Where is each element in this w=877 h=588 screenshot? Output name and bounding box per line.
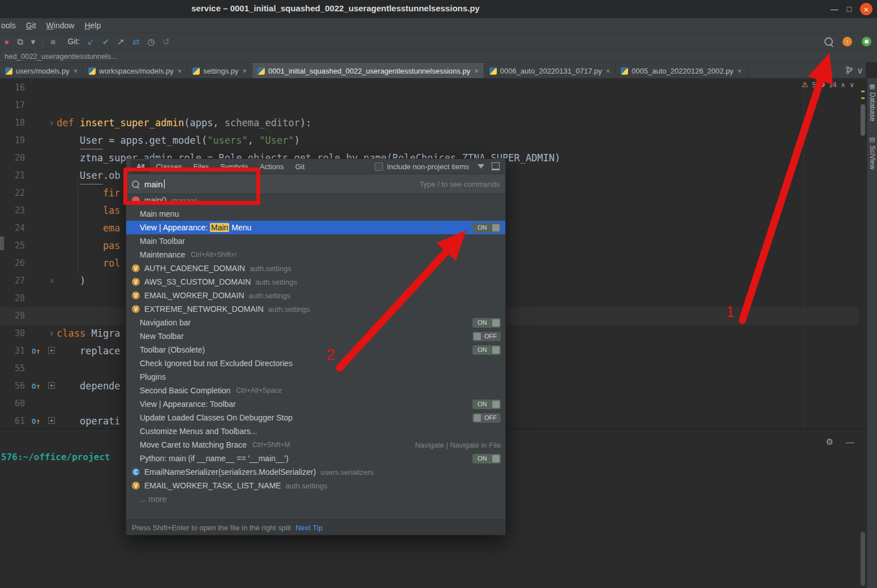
tool-button-database[interactable]: ▦Database (869, 83, 876, 121)
override-icon[interactable]: O↑ (32, 377, 41, 395)
hotswap-icon[interactable]: ● (4, 37, 9, 46)
search-input[interactable]: main (144, 179, 163, 189)
result-row[interactable]: Python: main (if __name__ == '__main__')… (126, 452, 505, 465)
minimize-button[interactable]: — (831, 5, 839, 13)
git-branch-icon[interactable] (846, 66, 853, 74)
folded-region-icon[interactable]: + (48, 382, 55, 389)
plugin-badge-icon[interactable] (862, 37, 871, 46)
result-row[interactable]: VEMAIL_WORKER_TASK_LIST_NAMEauth.setting… (126, 479, 505, 492)
git-update-icon[interactable]: ↙ (87, 37, 94, 46)
result-row[interactable]: Plugins (126, 370, 505, 384)
search-icon[interactable] (824, 37, 833, 46)
terminal-scrollbar-thumb[interactable] (861, 532, 865, 586)
tab-files[interactable]: Files (188, 160, 214, 173)
scrollbar-thumb[interactable] (861, 104, 865, 136)
tool-button-sciview[interactable]: ▤SciView (869, 136, 876, 169)
tab-settings[interactable]: settings.py× (187, 63, 252, 79)
result-row[interactable]: VEMAIL_WORKER_DOMAINauth.settings (126, 289, 505, 302)
result-row[interactable]: Main menu (126, 207, 505, 221)
stop-icon[interactable]: ■ (50, 37, 55, 46)
result-row[interactable]: Main Toolbar (126, 234, 505, 248)
git-commit-icon[interactable]: ✔ (102, 37, 110, 46)
tab-close-icon[interactable]: × (74, 67, 78, 75)
include-non-project-checkbox[interactable] (375, 162, 383, 171)
fold-icon[interactable]: ∨ (50, 325, 54, 342)
tab-workspaces-models[interactable]: workspaces/models.py× (83, 63, 187, 79)
prev-problem-icon[interactable]: ∧ (840, 81, 845, 89)
git-rollback-icon[interactable]: ↺ (163, 37, 170, 46)
result-row[interactable]: VAUTH_CADENCE_DOMAINauth.settings (126, 261, 505, 275)
filter-icon[interactable] (478, 164, 484, 169)
tab-0001-initial-squashed[interactable]: 0001_initial_squashed_0022_useragentless… (252, 63, 484, 79)
terminal-prompt[interactable]: 576:~/office/project (1, 452, 110, 462)
git-history-icon[interactable]: ◷ (147, 37, 154, 46)
fold-icon[interactable]: ∨ (50, 114, 54, 132)
toggle-switch[interactable]: ON (472, 318, 501, 328)
toggle-switch[interactable]: ON (472, 454, 501, 463)
menu-item-help[interactable]: Help (79, 21, 106, 30)
override-icon[interactable]: O↑ (32, 413, 41, 430)
result-row[interactable]: Second Basic CompletionCtrl+Alt+Space (126, 384, 505, 397)
result-row[interactable]: Move Caret to Matching BraceCtrl+Shift+M… (126, 438, 505, 452)
next-tip-link[interactable]: Next Tip (295, 523, 323, 532)
maximize-button[interactable]: □ (847, 5, 852, 13)
toggle-switch[interactable]: OFF (472, 413, 501, 423)
result-row-more[interactable]: ... more (126, 492, 505, 506)
result-row[interactable]: Navigation barON (126, 316, 505, 329)
dropdown-chevron-icon[interactable]: ▾ (31, 37, 36, 46)
error-stripe[interactable] (859, 78, 867, 428)
search-field[interactable]: main Type / to see commands (126, 174, 505, 194)
copy-icon[interactable]: ⧉ (17, 37, 23, 46)
tab-all[interactable]: All (131, 160, 150, 173)
hide-panel-icon[interactable]: — (846, 437, 854, 447)
result-row[interactable]: Customize Menus and Toolbars... (126, 424, 505, 438)
result-row[interactable]: VEXTREME_NETWORK_DOMAINauth.settings (126, 302, 505, 316)
tab-classes[interactable]: Classes (150, 160, 187, 173)
result-row[interactable]: Check Ignored but not Excluded Directori… (126, 357, 505, 370)
result-row[interactable]: CEmailNameSerializer(serializers.ModelSe… (126, 465, 505, 479)
tab-0005-auto[interactable]: 0005_auto_20220126_2002.py× (616, 63, 747, 79)
inspections-widget[interactable]: ⚠ 5 14 ∧ ∨ (802, 80, 854, 89)
tab-close-icon[interactable]: × (606, 67, 611, 75)
settings-gear-icon[interactable]: ⚙ (826, 437, 833, 447)
result-row[interactable]: New ToolbarOFF (126, 329, 505, 343)
close-button[interactable]: × (860, 3, 872, 15)
fold-end-icon[interactable]: ∧ (50, 272, 54, 290)
open-in-window-icon[interactable] (492, 162, 500, 170)
next-problem-icon[interactable]: ∨ (849, 81, 854, 89)
toggle-switch[interactable]: ON (472, 400, 501, 409)
left-stripe-tool-button[interactable] (0, 237, 4, 250)
git-compare-icon[interactable]: ⇄ (132, 37, 140, 46)
result-row[interactable]: View | Appearance: ToolbarON (126, 397, 505, 411)
tab-symbols[interactable]: Symbols (214, 160, 254, 173)
warning-mark[interactable] (861, 97, 865, 99)
menu-item-window[interactable]: Window (41, 21, 80, 30)
menu-item-git[interactable]: Git (21, 21, 41, 30)
tab-list-chevron-icon[interactable]: ∨ (857, 65, 863, 76)
result-row[interactable]: Toolbar (Obsolete)ON (126, 343, 505, 357)
warning-mark[interactable] (861, 91, 865, 92)
override-icon[interactable]: O↑ (32, 342, 41, 360)
toggle-switch[interactable]: ON (472, 223, 501, 233)
tab-0006-auto[interactable]: 0006_auto_20220131_0717.py× (484, 63, 616, 79)
result-row[interactable]: main()manage (126, 194, 505, 207)
result-row[interactable]: MaintenanceCtrl+Alt+Shift+/ (126, 248, 505, 261)
tab-close-icon[interactable]: × (178, 67, 182, 75)
toggle-switch[interactable]: ON (472, 345, 501, 355)
toggle-switch[interactable]: OFF (472, 332, 501, 341)
tab-close-icon[interactable]: × (737, 67, 742, 75)
update-badge-icon[interactable]: ↑ (842, 37, 852, 46)
tab-actions[interactable]: Actions (254, 160, 290, 173)
navigation-breadcrumb-bar[interactable]: hed_0022_useragentlesstunnels... (0, 49, 877, 62)
result-row[interactable]: VAWS_S3_CUSTOM_DOMAINauth.settings (126, 275, 505, 289)
tab-users-models[interactable]: users/models.py× (0, 63, 83, 79)
result-row-selected[interactable]: View | Appearance: Main MenuON (126, 221, 505, 234)
tab-git[interactable]: Git (290, 160, 311, 173)
tab-close-icon[interactable]: × (243, 67, 247, 75)
result-row[interactable]: Update Loaded Classes On Debugger StopOF… (126, 411, 505, 424)
folded-region-icon[interactable]: + (48, 347, 55, 354)
git-push-icon[interactable]: ↗ (117, 37, 124, 46)
menu-item-tools[interactable]: ools (0, 21, 21, 30)
folded-region-icon[interactable]: + (48, 417, 55, 424)
tab-close-icon[interactable]: × (474, 67, 479, 75)
